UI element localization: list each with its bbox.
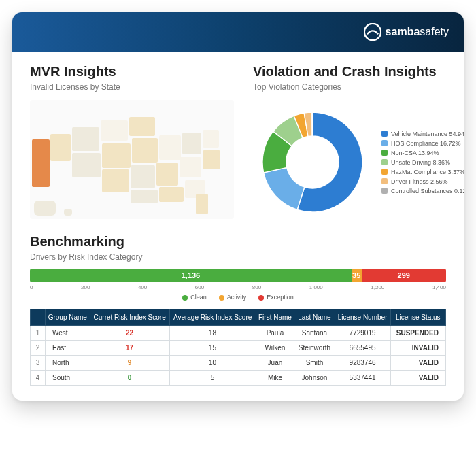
- legend-swatch: [381, 188, 388, 194]
- table-cell: 6655495: [335, 341, 390, 356]
- legend-item: Controlled Substances 0.12%: [381, 188, 464, 194]
- table-cell: Juan: [256, 356, 294, 371]
- table-row[interactable]: 3North910JuanSmith9283746VALID: [31, 356, 446, 371]
- violation-donut-chart[interactable]: [253, 103, 372, 222]
- table-cell: 1: [31, 326, 46, 341]
- axis-tick: 1,400: [432, 284, 446, 290]
- legend-swatch: [381, 178, 388, 184]
- legend-swatch: [381, 159, 388, 165]
- axis-tick: 400: [138, 284, 147, 290]
- legend-item: Unsafe Driving 8.36%: [381, 159, 464, 166]
- table-cell: 15: [169, 341, 256, 356]
- axis-tick: 600: [195, 284, 204, 290]
- table-cell: 2: [31, 341, 46, 356]
- axis-tick: 1,200: [371, 284, 384, 290]
- table-cell: VALID: [390, 371, 445, 386]
- table-cell: 17: [90, 341, 169, 356]
- legend-swatch: [381, 131, 388, 137]
- legend-item: Non-CSA 13.94%: [381, 150, 464, 156]
- table-cell: 5337441: [335, 371, 390, 386]
- dashboard-body: MVR Insights Invalid Licenses by State: [12, 52, 464, 401]
- svg-point-0: [364, 24, 380, 40]
- legend-item: Vehicle Maintenance 54.94%: [381, 131, 464, 137]
- app-header: sambasafety: [12, 12, 464, 52]
- legend-clean: Clean: [190, 294, 207, 301]
- table-cell: 4: [31, 371, 46, 386]
- legend-swatch: [381, 150, 388, 156]
- dashboard-card: sambasafety MVR Insights Invalid License…: [12, 12, 464, 401]
- legend-swatch: [381, 169, 388, 175]
- legend-activity: Activity: [227, 294, 247, 301]
- legend-label: Non-CSA 13.94%: [391, 150, 439, 156]
- table-cell: Santana: [294, 326, 335, 341]
- violation-subtitle: Top Violation Categories: [253, 82, 464, 92]
- table-row[interactable]: 4South05MikeJohnson5337441VALID: [31, 371, 446, 386]
- table-header: [31, 309, 46, 326]
- segment-clean: 1,136: [30, 269, 352, 282]
- table-cell: 9283746: [335, 356, 390, 371]
- driver-table: Group NameCurret Risk Index ScoreAverage…: [30, 309, 446, 386]
- table-cell: Wilken: [256, 341, 294, 356]
- table-header: Group Name: [46, 309, 90, 326]
- dot-exception: [258, 295, 264, 301]
- driver-table-body: 1West2218PaulaSantana7729019SUSPENDED2Ea…: [31, 326, 446, 386]
- legend-label: Controlled Substances 0.12%: [391, 188, 464, 194]
- brand-name-b: safety: [420, 26, 449, 38]
- table-cell: VALID: [390, 356, 445, 371]
- legend-label: Vehicle Maintenance 54.94%: [391, 131, 464, 137]
- axis-tick: 800: [252, 284, 261, 290]
- table-cell: 18: [169, 326, 256, 341]
- table-row[interactable]: 2East1715WilkenSteinworth6655495INVALID: [31, 341, 446, 356]
- benchmarking-title: Benchmarking: [30, 234, 446, 250]
- axis-tick: 200: [81, 284, 90, 290]
- brand-logo: sambasafety: [364, 23, 449, 41]
- table-cell: 5: [169, 371, 256, 386]
- dot-activity: [219, 295, 224, 301]
- table-cell: SUSPENDED: [390, 326, 445, 341]
- table-cell: West: [46, 326, 90, 341]
- legend-label: HazMat Compliance 3.37%: [391, 169, 464, 175]
- axis-tick: 0: [30, 284, 33, 290]
- risk-legend: Clean Activity Exception: [30, 294, 446, 301]
- table-cell: Mike: [256, 371, 294, 386]
- table-cell: Paula: [256, 326, 294, 341]
- brand-mark-icon: [364, 23, 381, 41]
- table-cell: 22: [90, 326, 169, 341]
- table-cell: INVALID: [390, 341, 445, 356]
- legend-label: Unsafe Driving 8.36%: [391, 159, 450, 166]
- legend-item: HazMat Compliance 3.37%: [381, 169, 464, 175]
- table-cell: 0: [90, 371, 169, 386]
- table-cell: Steinworth: [294, 341, 335, 356]
- mvr-subtitle: Invalid Licenses by State: [30, 82, 234, 92]
- mvr-title: MVR Insights: [30, 64, 234, 80]
- table-cell: 3: [31, 356, 46, 371]
- table-cell: East: [46, 341, 90, 356]
- table-header-row: Group NameCurret Risk Index ScoreAverage…: [31, 309, 446, 326]
- table-cell: 10: [169, 356, 256, 371]
- legend-item: Driver Fitness 2.56%: [381, 178, 464, 185]
- dot-clean: [182, 295, 188, 301]
- legend-label: HOS Compliance 16.72%: [391, 140, 461, 147]
- table-header: Average Risk Index Score: [169, 309, 256, 326]
- us-map[interactable]: [30, 100, 234, 219]
- benchmarking-subtitle: Drivers by Risk Index Category: [30, 252, 446, 262]
- table-cell: 7729019: [335, 326, 390, 341]
- risk-axis: 02004006008001,0001,2001,400: [30, 284, 446, 290]
- table-header: License Status: [390, 309, 445, 326]
- table-header: First Name: [256, 309, 294, 326]
- violation-legend: Vehicle Maintenance 54.94%HOS Compliance…: [379, 103, 464, 222]
- legend-exception: Exception: [267, 294, 294, 301]
- segment-activity: 35: [352, 269, 362, 282]
- table-header: License Number: [335, 309, 390, 326]
- table-cell: North: [46, 356, 90, 371]
- table-cell: 9: [90, 356, 169, 371]
- brand-name-a: samba: [386, 26, 420, 38]
- risk-segmented-bar[interactable]: 1,136 35 299: [30, 269, 446, 282]
- table-row[interactable]: 1West2218PaulaSantana7729019SUSPENDED: [31, 326, 446, 341]
- legend-swatch: [381, 140, 388, 146]
- segment-exception: 299: [362, 269, 446, 282]
- legend-item: HOS Compliance 16.72%: [381, 140, 464, 147]
- axis-tick: 1,000: [309, 284, 323, 290]
- table-cell: Johnson: [294, 371, 335, 386]
- violation-title: Violation and Crash Insights: [253, 64, 464, 80]
